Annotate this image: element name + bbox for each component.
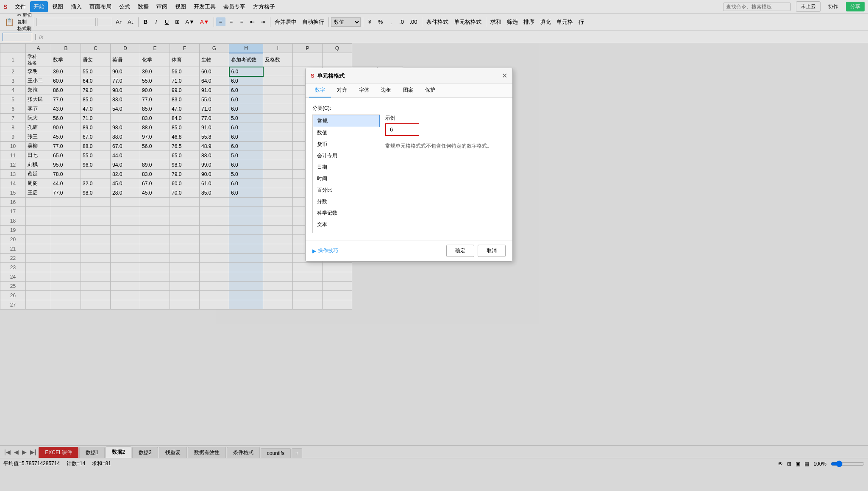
dialog-tab-protect[interactable]: 保护: [419, 84, 441, 98]
dialog-footer: ▶ 操作技巧 确定 取消: [306, 240, 512, 261]
play-icon: ▶: [312, 248, 316, 254]
category-item-special[interactable]: 特殊: [313, 230, 380, 233]
category-item-accounting[interactable]: 会计专用: [313, 150, 380, 162]
preview-section: 示例 6 常规单元格格式式不包含任何特定的数字格式。: [385, 114, 506, 150]
cell-format-dialog: S 单元格格式 ✕ 数字 对齐 字体 边框 图案 保护 分类(C): 常规 数值…: [305, 68, 513, 262]
category-item-number[interactable]: 数值: [313, 127, 380, 139]
tips-link[interactable]: ▶ 操作技巧: [312, 247, 338, 254]
category-item-general[interactable]: 常规: [313, 115, 380, 127]
dialog-action-buttons: 确定 取消: [446, 245, 506, 257]
category-item-time[interactable]: 时间: [313, 173, 380, 184]
category-item-fraction[interactable]: 分数: [313, 196, 380, 207]
dialog-ok-btn[interactable]: 确定: [446, 245, 474, 257]
dialog-close-btn[interactable]: ✕: [502, 72, 507, 80]
category-item-scientific[interactable]: 科学记数: [313, 207, 380, 219]
dialog-tab-pattern[interactable]: 图案: [397, 84, 419, 98]
dialog-tab-align[interactable]: 对齐: [331, 84, 353, 98]
category-list[interactable]: 常规 数值 货币 会计专用 日期 时间 百分比 分数 科学记数 文本 特殊 自定…: [312, 114, 380, 233]
dialog-tab-number[interactable]: 数字: [309, 84, 331, 98]
category-item-date[interactable]: 日期: [313, 162, 380, 173]
preview-label: 示例: [385, 114, 506, 122]
preview-box: 6: [385, 123, 419, 136]
dialog-tab-border[interactable]: 边框: [375, 84, 397, 98]
category-item-text[interactable]: 文本: [313, 219, 380, 230]
dialog-title-bar: S 单元格格式 ✕: [306, 68, 512, 84]
dialog-content-row: 常规 数值 货币 会计专用 日期 时间 百分比 分数 科学记数 文本 特殊 自定…: [312, 114, 506, 233]
dialog-logo: S: [311, 73, 314, 79]
format-description: 常规单元格格式式不包含任何特定的数字格式。: [385, 142, 506, 150]
dialog-cancel-btn[interactable]: 取消: [478, 245, 506, 257]
dialog-body: 分类(C): 常规 数值 货币 会计专用 日期 时间 百分比 分数 科学记数 文…: [306, 98, 512, 240]
preview-value: 6: [390, 126, 393, 133]
category-label: 分类(C):: [312, 105, 331, 111]
dialog-tab-font[interactable]: 字体: [353, 84, 375, 98]
category-item-currency[interactable]: 货币: [313, 139, 380, 150]
category-item-percent[interactable]: 百分比: [313, 184, 380, 196]
dialog-title-text: 单元格格式: [317, 72, 345, 80]
tips-label: 操作技巧: [318, 247, 338, 254]
dialog-tabs: 数字 对齐 字体 边框 图案 保护: [306, 84, 512, 98]
